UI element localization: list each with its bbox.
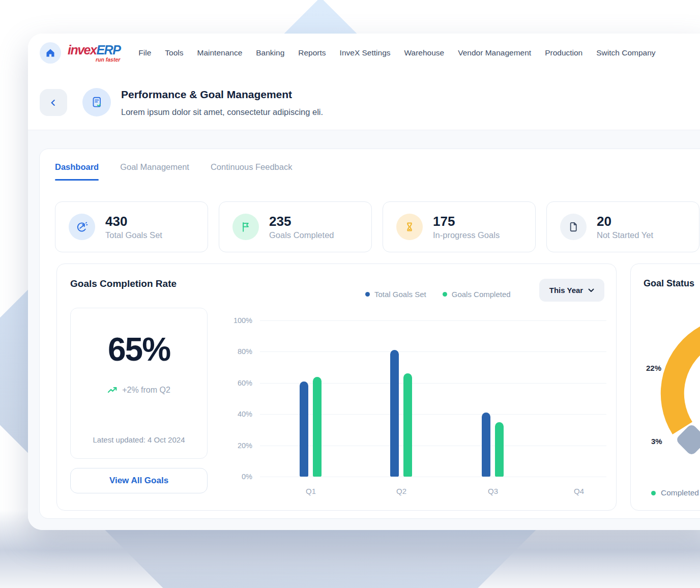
back-button[interactable] (40, 89, 67, 116)
y-tick: 40% (212, 410, 252, 418)
x-tick: Q4 (574, 487, 584, 495)
stat-value: 20 (597, 214, 653, 229)
goal-status-card: Goal Status 22% 3% Completed (630, 263, 700, 511)
brand-logo: invexERP run faster (68, 44, 120, 63)
page-title: Performance & Goal Management (121, 89, 292, 101)
goal-status-legend: Completed (651, 488, 699, 497)
trend-up-icon (107, 386, 118, 394)
page-subtitle: Lorem ipsum dolor sit amet, consectetur … (121, 107, 323, 117)
y-tick: 80% (212, 347, 252, 356)
top-nav: invexERP run faster File Tools Maintenan… (28, 34, 700, 72)
completion-delta-text: +2% from Q2 (122, 386, 170, 395)
completion-updated: Latest updated: 4 Oct 2024 (71, 435, 207, 444)
year-filter-dropdown[interactable]: This Year (539, 279, 604, 302)
view-all-goals-button[interactable]: View All Goals (70, 468, 208, 493)
year-filter-label: This Year (549, 286, 583, 295)
stat-card-in-progress: 175 In-progress Goals (383, 201, 536, 252)
x-tick: Q2 (396, 487, 406, 495)
app-window: invexERP run faster File Tools Maintenan… (28, 34, 700, 530)
completion-delta: +2% from Q2 (71, 386, 207, 395)
bar-plot: 100% 80% 60% 40% 20% 0% Q1 Q2 Q3 Q4 (260, 320, 606, 477)
hourglass-icon (396, 214, 423, 240)
stat-value: 235 (269, 214, 334, 229)
bar-total-goals-set-q1 (300, 381, 308, 477)
y-tick: 100% (212, 316, 252, 325)
stat-value: 175 (433, 214, 500, 229)
gauge-icon (69, 214, 95, 240)
x-tick: Q1 (306, 487, 316, 495)
stat-label: Total Goals Set (105, 230, 162, 240)
chevron-left-icon (49, 99, 57, 107)
brand-tagline: run faster (68, 57, 120, 63)
segment-label-22: 22% (646, 364, 661, 372)
brand-name: invex (68, 43, 96, 57)
stat-label: Not Started Yet (597, 230, 653, 240)
bar-goals-completed-q1 (313, 377, 322, 477)
nav-item-switch-company[interactable]: Switch Company (596, 48, 655, 57)
tab-dashboard[interactable]: Dashboard (55, 162, 99, 181)
x-tick: Q3 (488, 487, 498, 495)
legend-label: Total Goals Set (374, 290, 426, 299)
nav-item-reports[interactable]: Reports (298, 48, 326, 57)
flag-icon (232, 214, 259, 240)
nav-item-vendor-management[interactable]: Vendor Management (458, 48, 531, 57)
stat-label: In-progress Goals (433, 230, 500, 240)
tab-goal-management[interactable]: Goal Management (120, 162, 189, 181)
nav-menu: File Tools Maintenance Banking Reports I… (138, 48, 655, 57)
legend-dot-green (443, 292, 447, 297)
nav-item-warehouse[interactable]: Warehouse (404, 48, 445, 57)
stat-cards: 430 Total Goals Set 235 Goals Completed (55, 201, 699, 252)
bar-total-goals-set-q3 (482, 413, 490, 477)
stat-label: Goals Completed (269, 230, 334, 240)
tab-continuous-feedback[interactable]: Continuous Feedback (211, 162, 293, 181)
stat-card-total-goals: 430 Total Goals Set (55, 201, 208, 252)
completion-rate-card: Goals Completion Rate Total Goals Set Go… (56, 263, 617, 511)
completion-summary-panel: 65% +2% from Q2 Latest updated: 4 Oct 20… (70, 308, 208, 459)
brand-suffix: ERP (96, 43, 120, 57)
y-tick: 60% (212, 379, 252, 387)
stat-value: 430 (105, 214, 162, 229)
nav-item-banking[interactable]: Banking (256, 48, 284, 57)
nav-item-file[interactable]: File (138, 48, 151, 57)
bar-total-goals-set-q2 (390, 350, 399, 477)
goal-status-donut (630, 267, 700, 511)
page-icon-badge (82, 88, 111, 116)
clipboard-check-icon (90, 96, 103, 109)
dashboard-card: Dashboard Goal Management Continuous Fee… (39, 149, 700, 519)
nav-item-invex-settings[interactable]: InveX Settings (340, 48, 391, 57)
bar-goals-completed-q2 (403, 373, 412, 477)
chart-title: Goals Completion Rate (70, 278, 177, 289)
home-icon (45, 48, 55, 58)
y-tick: 0% (212, 473, 252, 481)
legend-label-completed: Completed (661, 488, 699, 497)
stat-card-goals-completed: 235 Goals Completed (219, 201, 372, 252)
chevron-down-icon (588, 288, 594, 292)
content-area: Dashboard Goal Management Continuous Fee… (28, 130, 700, 530)
legend-goals-completed: Goals Completed (443, 290, 511, 299)
nav-item-tools[interactable]: Tools (165, 48, 183, 57)
legend-dot-blue (365, 292, 370, 297)
legend-dot-completed (651, 491, 656, 495)
tab-bar: Dashboard Goal Management Continuous Fee… (55, 162, 292, 181)
bar-goals-completed-q3 (495, 422, 504, 477)
segment-label-3: 3% (651, 437, 662, 446)
page-icon (560, 214, 587, 240)
legend-total-goals-set: Total Goals Set (365, 290, 426, 299)
y-tick: 20% (212, 442, 252, 450)
completion-rate-value: 65% (71, 331, 207, 368)
legend-label: Goals Completed (452, 290, 511, 299)
home-button[interactable] (40, 42, 61, 64)
nav-item-production[interactable]: Production (545, 48, 582, 57)
chart-legend: Total Goals Set Goals Completed (365, 290, 511, 299)
nav-item-maintenance[interactable]: Maintenance (197, 48, 243, 57)
stat-card-not-started: 20 Not Started Yet (546, 201, 699, 252)
